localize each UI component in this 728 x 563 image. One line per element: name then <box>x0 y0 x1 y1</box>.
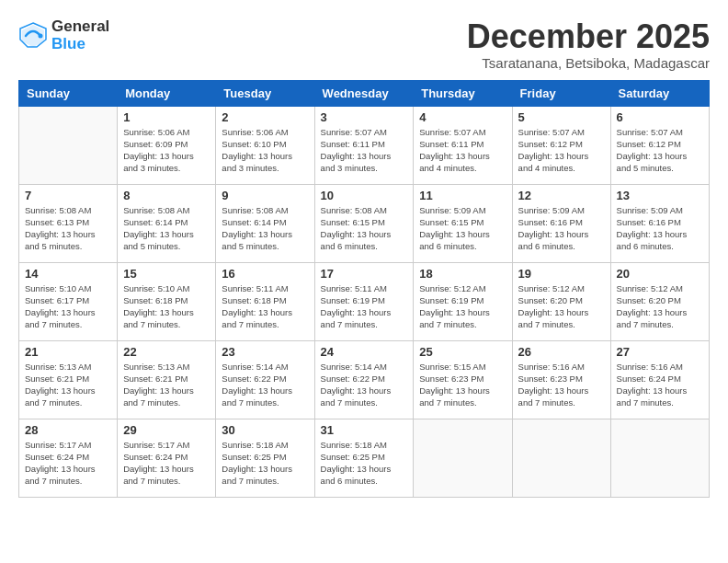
calendar-cell <box>610 419 709 497</box>
calendar-cell: 20Sunrise: 5:12 AM Sunset: 6:20 PM Dayli… <box>610 262 709 340</box>
calendar-cell: 19Sunrise: 5:12 AM Sunset: 6:20 PM Dayli… <box>512 262 610 340</box>
day-info: Sunrise: 5:18 AM Sunset: 6:25 PM Dayligh… <box>222 439 308 488</box>
day-info: Sunrise: 5:17 AM Sunset: 6:24 PM Dayligh… <box>25 439 111 488</box>
day-info: Sunrise: 5:16 AM Sunset: 6:23 PM Dayligh… <box>518 361 605 409</box>
calendar-cell: 22Sunrise: 5:13 AM Sunset: 6:21 PM Dayli… <box>118 340 216 419</box>
calendar-cell: 11Sunrise: 5:09 AM Sunset: 6:15 PM Dayli… <box>414 184 512 262</box>
calendar-cell: 4Sunrise: 5:07 AM Sunset: 6:11 PM Daylig… <box>414 106 512 184</box>
day-info: Sunrise: 5:14 AM Sunset: 6:22 PM Dayligh… <box>321 361 408 409</box>
day-info: Sunrise: 5:09 AM Sunset: 6:16 PM Dayligh… <box>518 204 605 253</box>
page-header: General Blue December 2025 Tsaratanana, … <box>18 18 710 71</box>
month-title: December 2025 <box>467 18 710 55</box>
day-number: 21 <box>25 345 111 359</box>
day-number: 4 <box>419 110 506 124</box>
day-number: 27 <box>617 345 703 359</box>
day-info: Sunrise: 5:18 AM Sunset: 6:25 PM Dayligh… <box>321 439 408 488</box>
calendar-cell: 14Sunrise: 5:10 AM Sunset: 6:17 PM Dayli… <box>19 262 118 340</box>
calendar-cell: 31Sunrise: 5:18 AM Sunset: 6:25 PM Dayli… <box>314 419 414 497</box>
calendar-header-tuesday: Tuesday <box>216 80 314 106</box>
calendar-cell: 28Sunrise: 5:17 AM Sunset: 6:24 PM Dayli… <box>19 419 118 497</box>
calendar-week-2: 7Sunrise: 5:08 AM Sunset: 6:13 PM Daylig… <box>19 184 710 262</box>
day-number: 14 <box>25 267 111 281</box>
calendar-cell: 7Sunrise: 5:08 AM Sunset: 6:13 PM Daylig… <box>19 184 118 262</box>
day-info: Sunrise: 5:16 AM Sunset: 6:24 PM Dayligh… <box>617 361 703 409</box>
calendar-header-saturday: Saturday <box>610 80 709 106</box>
calendar-cell: 8Sunrise: 5:08 AM Sunset: 6:14 PM Daylig… <box>118 184 216 262</box>
day-info: Sunrise: 5:08 AM Sunset: 6:14 PM Dayligh… <box>222 204 308 253</box>
day-number: 11 <box>419 189 506 202</box>
day-number: 31 <box>321 423 408 437</box>
calendar-week-5: 28Sunrise: 5:17 AM Sunset: 6:24 PM Dayli… <box>19 419 710 497</box>
calendar-header-wednesday: Wednesday <box>314 80 414 106</box>
day-number: 13 <box>617 189 703 202</box>
day-info: Sunrise: 5:15 AM Sunset: 6:23 PM Dayligh… <box>419 361 506 409</box>
calendar-week-1: 1Sunrise: 5:06 AM Sunset: 6:09 PM Daylig… <box>19 106 710 184</box>
day-info: Sunrise: 5:12 AM Sunset: 6:19 PM Dayligh… <box>419 282 506 331</box>
calendar-cell <box>512 419 610 497</box>
day-number: 12 <box>518 189 605 202</box>
calendar-cell: 30Sunrise: 5:18 AM Sunset: 6:25 PM Dayli… <box>216 419 314 497</box>
day-info: Sunrise: 5:09 AM Sunset: 6:16 PM Dayligh… <box>617 204 703 253</box>
day-info: Sunrise: 5:13 AM Sunset: 6:21 PM Dayligh… <box>25 361 111 409</box>
day-info: Sunrise: 5:11 AM Sunset: 6:18 PM Dayligh… <box>222 282 308 331</box>
day-number: 10 <box>321 189 408 202</box>
calendar-cell: 10Sunrise: 5:08 AM Sunset: 6:15 PM Dayli… <box>314 184 414 262</box>
day-number: 29 <box>123 423 210 437</box>
day-number: 3 <box>321 110 408 124</box>
day-number: 6 <box>617 110 703 124</box>
calendar-cell: 15Sunrise: 5:10 AM Sunset: 6:18 PM Dayli… <box>118 262 216 340</box>
day-info: Sunrise: 5:08 AM Sunset: 6:14 PM Dayligh… <box>123 204 210 253</box>
calendar-cell: 18Sunrise: 5:12 AM Sunset: 6:19 PM Dayli… <box>414 262 512 340</box>
day-info: Sunrise: 5:06 AM Sunset: 6:09 PM Dayligh… <box>123 126 210 175</box>
day-number: 25 <box>419 345 506 359</box>
calendar-header-thursday: Thursday <box>414 80 512 106</box>
svg-point-3 <box>39 33 43 38</box>
calendar-cell: 21Sunrise: 5:13 AM Sunset: 6:21 PM Dayli… <box>19 340 118 419</box>
calendar-cell: 6Sunrise: 5:07 AM Sunset: 6:12 PM Daylig… <box>610 106 709 184</box>
calendar-cell <box>19 106 118 184</box>
calendar-cell: 27Sunrise: 5:16 AM Sunset: 6:24 PM Dayli… <box>610 340 709 419</box>
day-number: 2 <box>222 110 308 124</box>
calendar-cell: 5Sunrise: 5:07 AM Sunset: 6:12 PM Daylig… <box>512 106 610 184</box>
calendar-header-friday: Friday <box>512 80 610 106</box>
day-number: 9 <box>222 189 308 202</box>
day-number: 20 <box>617 267 703 281</box>
day-info: Sunrise: 5:09 AM Sunset: 6:15 PM Dayligh… <box>419 204 506 253</box>
calendar-table: SundayMondayTuesdayWednesdayThursdayFrid… <box>18 80 710 498</box>
calendar-week-4: 21Sunrise: 5:13 AM Sunset: 6:21 PM Dayli… <box>19 340 710 419</box>
day-info: Sunrise: 5:06 AM Sunset: 6:10 PM Dayligh… <box>222 126 308 175</box>
calendar-header-sunday: Sunday <box>19 80 118 106</box>
day-info: Sunrise: 5:14 AM Sunset: 6:22 PM Dayligh… <box>222 361 308 409</box>
day-info: Sunrise: 5:07 AM Sunset: 6:11 PM Dayligh… <box>419 126 506 175</box>
day-number: 7 <box>25 189 111 202</box>
calendar-cell: 26Sunrise: 5:16 AM Sunset: 6:23 PM Dayli… <box>512 340 610 419</box>
logo: General Blue <box>18 18 109 52</box>
day-info: Sunrise: 5:07 AM Sunset: 6:11 PM Dayligh… <box>321 126 408 175</box>
day-number: 24 <box>321 345 408 359</box>
logo-blue: Blue <box>51 36 109 53</box>
logo-icon <box>18 21 48 51</box>
day-info: Sunrise: 5:13 AM Sunset: 6:21 PM Dayligh… <box>123 361 210 409</box>
day-info: Sunrise: 5:10 AM Sunset: 6:17 PM Dayligh… <box>25 282 111 331</box>
location: Tsaratanana, Betsiboka, Madagascar <box>467 55 710 71</box>
logo-general: General <box>51 18 109 36</box>
day-number: 19 <box>518 267 605 281</box>
day-info: Sunrise: 5:11 AM Sunset: 6:19 PM Dayligh… <box>321 282 408 331</box>
calendar-cell: 23Sunrise: 5:14 AM Sunset: 6:22 PM Dayli… <box>216 340 314 419</box>
day-number: 15 <box>123 267 210 281</box>
day-info: Sunrise: 5:07 AM Sunset: 6:12 PM Dayligh… <box>518 126 605 175</box>
calendar-cell: 12Sunrise: 5:09 AM Sunset: 6:16 PM Dayli… <box>512 184 610 262</box>
calendar-cell: 16Sunrise: 5:11 AM Sunset: 6:18 PM Dayli… <box>216 262 314 340</box>
day-number: 5 <box>518 110 605 124</box>
day-info: Sunrise: 5:07 AM Sunset: 6:12 PM Dayligh… <box>617 126 703 175</box>
day-info: Sunrise: 5:10 AM Sunset: 6:18 PM Dayligh… <box>123 282 210 331</box>
calendar-cell: 9Sunrise: 5:08 AM Sunset: 6:14 PM Daylig… <box>216 184 314 262</box>
calendar-header-monday: Monday <box>118 80 216 106</box>
day-number: 18 <box>419 267 506 281</box>
calendar-cell: 29Sunrise: 5:17 AM Sunset: 6:24 PM Dayli… <box>118 419 216 497</box>
day-number: 1 <box>123 110 210 124</box>
day-info: Sunrise: 5:17 AM Sunset: 6:24 PM Dayligh… <box>123 439 210 488</box>
calendar-cell: 1Sunrise: 5:06 AM Sunset: 6:09 PM Daylig… <box>118 106 216 184</box>
day-number: 22 <box>123 345 210 359</box>
day-info: Sunrise: 5:12 AM Sunset: 6:20 PM Dayligh… <box>617 282 703 331</box>
